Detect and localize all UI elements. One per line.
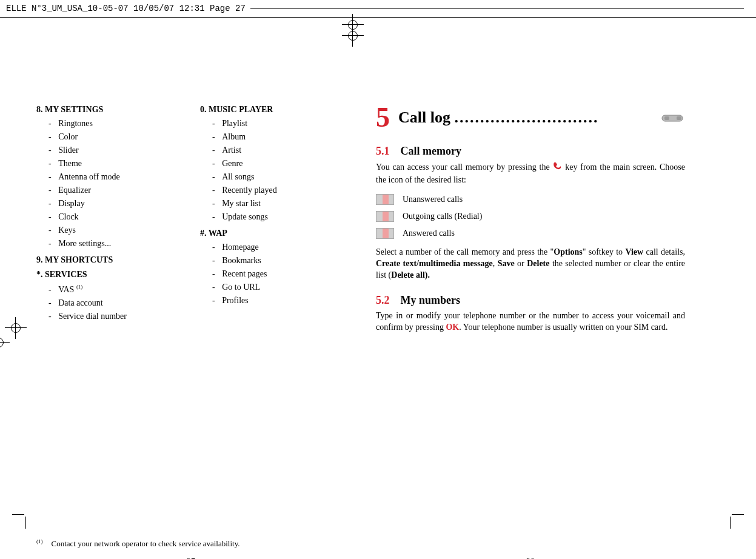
text: or bbox=[515, 259, 527, 268]
list-item: Recently played bbox=[209, 184, 346, 197]
label: Unanswered calls bbox=[403, 195, 463, 204]
list-item: Antenna off mode bbox=[45, 170, 182, 184]
footnote-text: Contact your network operator to check s… bbox=[52, 539, 240, 548]
text: , bbox=[493, 259, 498, 268]
registration-mark-bottom bbox=[346, 28, 360, 43]
print-slug-text: ELLE N°3_UM_USA_10-05-07 10/05/07 12:31 … bbox=[6, 4, 246, 13]
list-item: Homepage bbox=[209, 241, 346, 254]
list-item: Display bbox=[45, 197, 182, 210]
crop-mark bbox=[732, 514, 744, 515]
call-key-icon bbox=[552, 161, 562, 175]
text: You can access your call memory by press… bbox=[376, 162, 552, 172]
svg-rect-1 bbox=[664, 116, 669, 120]
section-title: My numbers bbox=[401, 294, 461, 306]
bold: Options bbox=[554, 247, 582, 256]
bold: Save bbox=[498, 259, 515, 268]
paragraph: You can access your call memory by press… bbox=[376, 161, 685, 186]
call-type-item: Outgoing calls (Redial) bbox=[376, 208, 685, 225]
list-item: Keys bbox=[45, 224, 182, 237]
heading-my-settings: 8. MY SETTINGS bbox=[36, 105, 182, 115]
list-item: Artist bbox=[209, 144, 346, 157]
heading-wap: #. WAP bbox=[200, 229, 346, 238]
bold: View bbox=[625, 247, 643, 256]
chapter-title: Call log ............................ bbox=[398, 109, 652, 127]
paragraph: Type in or modify your telephone number … bbox=[376, 310, 685, 333]
heading-music-player: 0. MUSIC PLAYER bbox=[200, 105, 346, 115]
bold: Delete bbox=[527, 259, 549, 268]
crop-mark bbox=[25, 517, 26, 529]
footnote-marker: (1) bbox=[36, 538, 43, 544]
header-rule bbox=[250, 8, 744, 9]
list-item: Album bbox=[209, 130, 346, 144]
section-number: 5.2 bbox=[376, 294, 390, 306]
list-item: Playlist bbox=[209, 117, 346, 130]
list-item: Genre bbox=[209, 157, 346, 170]
footnote: (1)Contact your network operator to chec… bbox=[36, 538, 240, 549]
unanswered-calls-icon bbox=[376, 194, 394, 205]
label: Answered calls bbox=[403, 229, 455, 238]
leader-dots: ............................ bbox=[454, 109, 598, 126]
list-item: Recent pages bbox=[209, 267, 346, 281]
text: Select a number of the call memory and p… bbox=[376, 247, 554, 256]
left-column: 8. MY SETTINGS Ringtones Color Slider Th… bbox=[36, 100, 182, 327]
list-item: Theme bbox=[45, 157, 182, 170]
page-27: 8. MY SETTINGS Ringtones Color Slider Th… bbox=[36, 100, 346, 559]
call-type-item: Answered calls bbox=[376, 225, 685, 242]
list-item: More settings... bbox=[45, 237, 182, 250]
section-5-1: 5.1Call memory bbox=[376, 145, 685, 158]
answered-calls-icon bbox=[376, 228, 394, 239]
print-slug: ELLE N°3_UM_USA_10-05-07 10/05/07 12:31 … bbox=[0, 0, 756, 18]
ok-key: OK bbox=[446, 323, 459, 332]
list-item: VAS (1) bbox=[45, 282, 182, 296]
phone-handset-icon bbox=[661, 110, 685, 125]
list-item: Clock bbox=[45, 210, 182, 224]
list-item: Go to URL bbox=[209, 281, 346, 294]
paragraph: Select a number of the call memory and p… bbox=[376, 247, 685, 281]
section-number: 5.1 bbox=[376, 145, 390, 157]
bold: Create text/multimedia message bbox=[376, 259, 493, 268]
list-item: Equalizer bbox=[45, 184, 182, 197]
heading-my-shortcuts: 9. MY SHORTCUTS bbox=[36, 255, 182, 265]
text: . Your telephone number is usually writt… bbox=[459, 323, 667, 332]
chapter-number: 5 bbox=[376, 104, 390, 132]
list-wap: Homepage Bookmarks Recent pages Go to UR… bbox=[209, 241, 346, 307]
crop-mark bbox=[12, 514, 24, 515]
right-column: 0. MUSIC PLAYER Playlist Album Artist Ge… bbox=[200, 100, 346, 327]
list-item: My star list bbox=[209, 197, 346, 210]
spread: 8. MY SETTINGS Ringtones Color Slider Th… bbox=[0, 76, 756, 559]
bold: Delete all). bbox=[391, 270, 430, 280]
section-title: Call memory bbox=[401, 145, 461, 157]
text: " softkey to bbox=[583, 247, 626, 256]
section-5-2: 5.2My numbers bbox=[376, 294, 685, 307]
heading-services: *. SERVICES bbox=[36, 270, 182, 280]
footnote-ref: (1) bbox=[76, 284, 83, 290]
label: Outgoing calls (Redial) bbox=[403, 212, 482, 221]
list-item: Profiles bbox=[209, 294, 346, 307]
svg-rect-2 bbox=[677, 116, 681, 120]
list-item: Update songs bbox=[209, 210, 346, 224]
list-item: Service dial number bbox=[45, 310, 182, 323]
chapter-header: 5 Call log ............................ bbox=[376, 104, 685, 132]
text: call details, bbox=[643, 247, 685, 256]
chapter-title-text: Call log bbox=[398, 109, 454, 126]
crop-mark bbox=[730, 517, 731, 529]
list-item: Data account bbox=[45, 296, 182, 310]
call-type-list: Unanswered calls Outgoing calls (Redial)… bbox=[376, 191, 685, 242]
registration-mark-left bbox=[8, 321, 23, 335]
page-28: 5 Call log ............................ … bbox=[376, 100, 685, 559]
list-item: Color bbox=[45, 130, 182, 144]
list-item: Ringtones bbox=[45, 117, 182, 130]
list-item: Bookmarks bbox=[209, 254, 346, 267]
outgoing-calls-icon bbox=[376, 211, 394, 222]
list-item: Slider bbox=[45, 144, 182, 157]
list-my-settings: Ringtones Color Slider Theme Antenna off… bbox=[45, 117, 182, 250]
list-services: VAS (1) Data account Service dial number bbox=[45, 282, 182, 323]
call-type-item: Unanswered calls bbox=[376, 191, 685, 208]
list-item: All songs bbox=[209, 170, 346, 184]
registration-mark-right bbox=[0, 335, 6, 350]
list-music-player: Playlist Album Artist Genre All songs Re… bbox=[209, 117, 346, 224]
item-text: VAS bbox=[58, 285, 76, 294]
